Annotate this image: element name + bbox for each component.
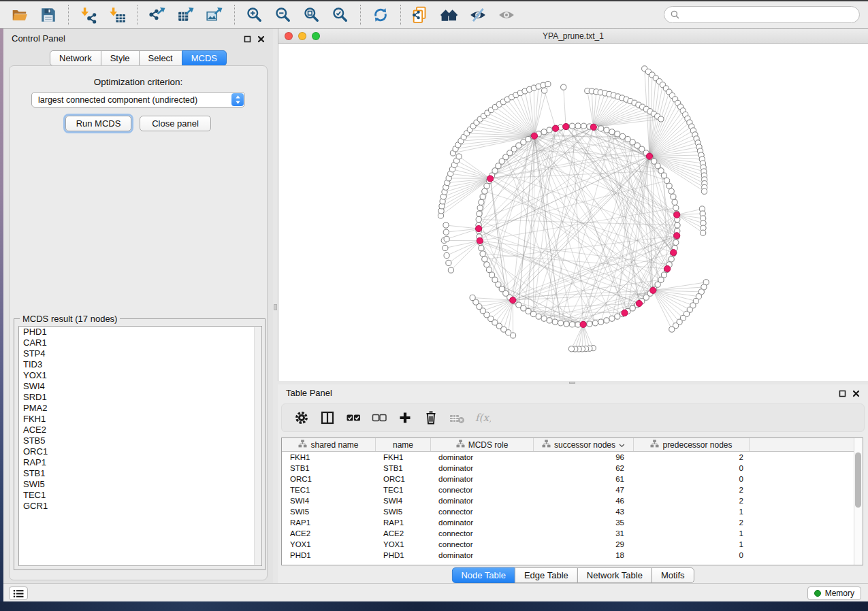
column-split-icon[interactable]	[317, 408, 338, 428]
open-session-icon[interactable]	[10, 5, 29, 24]
splitter-grip[interactable]	[274, 304, 277, 310]
table-row[interactable]: PHD1PHD1dominator180	[282, 550, 863, 561]
tab-select[interactable]: Select	[139, 50, 182, 66]
selected-option: largest connected component (undirected)	[32, 95, 231, 105]
mcds-result-item[interactable]: RAP1	[19, 457, 261, 468]
tab-network[interactable]: Network	[50, 50, 101, 66]
tab-motifs[interactable]: Motifs	[652, 567, 694, 583]
close-panel-icon[interactable]	[852, 388, 860, 400]
table-panel: Table Panel f(x) shared namenameMCDS rol…	[278, 384, 868, 583]
mcds-result-item[interactable]: TID3	[19, 359, 261, 370]
zoom-out-icon[interactable]	[274, 5, 293, 24]
mcds-result-item[interactable]: ORC1	[19, 446, 261, 457]
export-network-icon[interactable]	[148, 5, 167, 24]
hide-eye-icon[interactable]	[468, 5, 487, 24]
mcds-result-item[interactable]: CAR1	[19, 337, 261, 348]
cell-name: SWI5	[376, 506, 431, 517]
table-row[interactable]: TEC1TEC1connector472	[282, 484, 863, 495]
tab-edge-table[interactable]: Edge Table	[515, 567, 578, 583]
toolbar-group	[138, 5, 235, 25]
refresh-layout-icon[interactable]	[371, 5, 390, 24]
cell-successor-nodes: 18	[534, 550, 634, 561]
cell-predecessor-nodes: 0	[634, 550, 750, 561]
tab-mcds[interactable]: MCDS	[182, 50, 227, 66]
cell-MCDS-role: dominator	[431, 463, 534, 474]
mcds-result-item[interactable]: PHD1	[19, 327, 261, 337]
column-header-MCDS-role[interactable]: MCDS role	[431, 438, 534, 451]
import-table-icon[interactable]	[108, 5, 127, 24]
network-view-frame: YPA_prune.txt_1	[278, 29, 868, 381]
run-mcds-button[interactable]: Run MCDS	[65, 116, 131, 131]
zoom-fit-icon[interactable]	[302, 5, 321, 24]
mcds-result-item[interactable]: TEC1	[19, 490, 261, 501]
table-scrollbar[interactable]	[854, 438, 863, 565]
export-image-icon[interactable]	[205, 5, 224, 24]
column-header-predecessor-nodes[interactable]: predecessor nodes	[634, 438, 750, 451]
cell-shared-name: SWI5	[282, 506, 376, 517]
function-builder-icon: f(x)	[472, 408, 493, 428]
mcds-list-scrollbar[interactable]	[254, 327, 261, 565]
table-row[interactable]: STB1STB1dominator620	[282, 463, 863, 474]
mcds-result-item[interactable]: GCR1	[19, 501, 261, 512]
tab-network-table[interactable]: Network Table	[577, 567, 652, 583]
column-header-name[interactable]: name	[376, 438, 431, 451]
hide-columns-icon[interactable]	[369, 408, 389, 428]
mcds-result-item[interactable]: STB1	[19, 468, 261, 479]
vertical-splitter[interactable]	[273, 29, 278, 583]
add-column-icon[interactable]	[395, 408, 415, 428]
cell-predecessor-nodes: 2	[634, 495, 750, 506]
mcds-result-item[interactable]: STP4	[19, 348, 261, 359]
mcds-result-item[interactable]: FKH1	[19, 414, 261, 425]
desktop-background-bottom	[0, 601, 868, 611]
mcds-result-item[interactable]: SWI5	[19, 479, 261, 490]
cell-name: STB1	[376, 463, 431, 474]
mcds-result-group: MCDS result (17 nodes) PHD1CAR1STP4TID3Y…	[14, 318, 266, 570]
search-field[interactable]	[664, 6, 860, 23]
table-row[interactable]: RAP1RAP1dominator352	[282, 517, 863, 528]
clone-network-icon[interactable]	[411, 5, 430, 24]
cell-successor-nodes: 35	[534, 517, 634, 528]
import-network-icon[interactable]	[79, 5, 98, 24]
tab-node-table[interactable]: Node Table	[451, 567, 515, 583]
close-panel-icon[interactable]	[257, 33, 265, 46]
houses-icon[interactable]	[440, 5, 459, 24]
mcds-result-item[interactable]: YOX1	[19, 370, 261, 381]
network-graph[interactable]	[278, 44, 868, 381]
automation-panel-button[interactable]	[9, 587, 28, 600]
mcds-result-item[interactable]: STB5	[19, 435, 261, 446]
memory-button[interactable]: Memory	[807, 587, 861, 600]
scrollbar-thumb[interactable]	[855, 452, 861, 508]
column-header-shared-name[interactable]: shared name	[282, 438, 376, 451]
table-row[interactable]: ACE2ACE2connector311	[282, 528, 863, 539]
table-row[interactable]: ORC1ORC1dominator610	[282, 474, 863, 484]
delete-column-icon[interactable]	[421, 408, 441, 428]
mcds-result-item[interactable]: PMA2	[19, 403, 261, 414]
zoom-in-icon[interactable]	[245, 5, 264, 24]
float-panel-icon[interactable]	[839, 388, 846, 400]
table-row[interactable]: FKH1FKH1dominator962	[282, 452, 863, 463]
optimization-criterion-label: Optimization criterion:	[10, 77, 267, 87]
optimization-criterion-select[interactable]: largest connected component (undirected)	[31, 92, 245, 108]
mcds-result-item[interactable]: ACE2	[19, 425, 261, 435]
search-input[interactable]	[683, 8, 853, 22]
mcds-result-item[interactable]: SRD1	[19, 392, 261, 403]
zoom-selected-icon[interactable]	[331, 5, 350, 24]
cell-name: FKH1	[376, 452, 431, 463]
export-table-icon[interactable]	[176, 5, 195, 24]
show-columns-icon[interactable]	[343, 408, 364, 428]
table-settings-icon[interactable]	[291, 408, 312, 428]
table-row[interactable]: SWI4SWI4dominator462	[282, 495, 863, 506]
save-session-icon[interactable]	[39, 5, 58, 24]
column-header-successor-nodes[interactable]: successor nodes	[534, 438, 634, 451]
mcds-result-item[interactable]: SWI4	[19, 381, 261, 392]
table-row[interactable]: SWI5SWI5connector431	[282, 506, 863, 517]
close-panel-button[interactable]: Close panel	[140, 116, 211, 131]
tab-style[interactable]: Style	[101, 50, 140, 66]
mcds-result-list[interactable]: PHD1CAR1STP4TID3YOX1SWI4SRD1PMA2FKH1ACE2…	[18, 326, 262, 566]
network-canvas[interactable]	[278, 44, 868, 381]
table-row[interactable]: YOX1YOX1connector291	[282, 539, 863, 550]
cell-successor-nodes: 46	[534, 495, 634, 506]
float-panel-icon[interactable]	[244, 33, 251, 46]
cell-name: ACE2	[376, 528, 431, 539]
splitter-grip[interactable]	[569, 382, 575, 384]
